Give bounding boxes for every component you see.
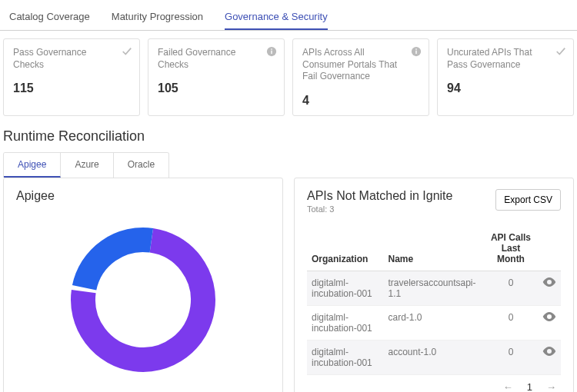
col-actions (538, 228, 561, 271)
table-row: digitalml-incubation-001 travelersaccoun… (307, 271, 561, 305)
col-organization[interactable]: Organization (307, 228, 383, 271)
tab-oracle[interactable]: Oracle (114, 153, 168, 178)
donut-chart (16, 212, 270, 392)
top-tabs: Catalog Coverage Maturity Progression Go… (0, 0, 577, 31)
cell-calls: 0 (484, 271, 538, 305)
tab-apigee[interactable]: Apigee (4, 153, 61, 178)
stat-pass-governance: Pass Governance Checks 115 (3, 38, 140, 116)
stat-uncurated-pass: Uncurated APIs That Pass Governance 94 (437, 38, 574, 116)
tab-catalog-coverage[interactable]: Catalog Coverage (9, 6, 90, 30)
section-heading: Runtime Reconciliation (0, 124, 577, 152)
check-icon (121, 45, 133, 58)
stat-value: 105 (158, 81, 275, 95)
panel-title: APIs Not Matched in Ignite (307, 189, 452, 203)
eye-icon[interactable] (542, 277, 556, 287)
stat-value: 115 (13, 81, 130, 95)
panel-title: Apigee (16, 189, 270, 203)
table-row: digitalml-incubation-001 account-1.0 0 (307, 340, 561, 374)
cell-name: card-1.0 (383, 305, 483, 340)
stat-title: Failed Governance Checks (158, 47, 275, 71)
col-name[interactable]: Name (383, 228, 483, 271)
stats-row: Pass Governance Checks 115 Failed Govern… (0, 31, 577, 124)
cell-calls: 0 (484, 340, 538, 374)
cell-org: digitalml-incubation-001 (307, 340, 383, 374)
stat-title: APIs Across All Consumer Portals That Fa… (302, 47, 419, 83)
stat-title: Uncurated APIs That Pass Governance (447, 47, 564, 71)
page-current: 1 (527, 381, 532, 392)
cell-org: digitalml-incubation-001 (307, 271, 383, 305)
page-next-button[interactable]: → (546, 381, 556, 392)
panel-subtotal: Total: 3 (307, 204, 452, 214)
export-csv-button[interactable]: Export CSV (495, 189, 561, 211)
source-tabs: Apigee Azure Oracle (3, 152, 169, 178)
check-icon (555, 45, 567, 58)
table-row: digitalml-incubation-001 card-1.0 0 (307, 305, 561, 340)
tab-governance-security[interactable]: Governance & Security (225, 6, 328, 30)
svg-rect-4 (415, 51, 416, 54)
cell-name: travelersaccountsapi-1.1 (383, 271, 483, 305)
eye-icon[interactable] (542, 312, 556, 321)
tab-azure[interactable]: Azure (61, 153, 113, 178)
panel-apigee-chart: Apigee 75% In Ignite 25% Not in Ignite (3, 178, 283, 392)
info-icon (265, 45, 278, 58)
svg-rect-5 (415, 48, 416, 49)
svg-rect-2 (271, 48, 272, 49)
pagination: ← 1 → (307, 375, 561, 392)
page-prev-button[interactable]: ← (503, 381, 513, 392)
eye-icon[interactable] (542, 347, 556, 356)
info-icon (410, 45, 422, 58)
api-table: Organization Name API Calls Last Month d… (307, 228, 561, 375)
stat-value: 94 (447, 81, 564, 95)
stat-title: Pass Governance Checks (13, 47, 130, 71)
stat-portals-fail: APIs Across All Consumer Portals That Fa… (292, 38, 429, 116)
panel-not-matched: APIs Not Matched in Ignite Total: 3 Expo… (294, 178, 574, 392)
cell-name: account-1.0 (383, 340, 483, 374)
cell-calls: 0 (484, 305, 538, 340)
stat-failed-governance: Failed Governance Checks 105 (148, 38, 285, 116)
tab-maturity-progression[interactable]: Maturity Progression (112, 6, 203, 30)
cell-org: digitalml-incubation-001 (307, 305, 383, 340)
col-api-calls[interactable]: API Calls Last Month (484, 228, 538, 271)
stat-value: 4 (302, 94, 419, 108)
svg-rect-1 (271, 51, 272, 54)
